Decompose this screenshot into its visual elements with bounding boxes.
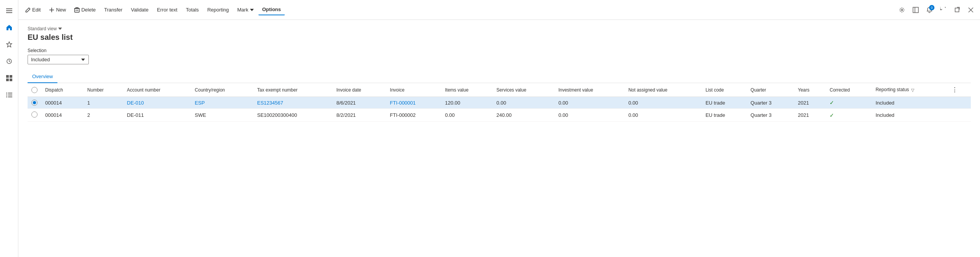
cell-invoice[interactable]: FTI-000002 <box>386 109 441 122</box>
list-icon[interactable] <box>2 87 17 103</box>
refresh-icon-btn[interactable] <box>937 4 949 16</box>
cell-tax-exempt-number[interactable]: ES1234567 <box>253 97 333 109</box>
svg-rect-17 <box>75 8 79 12</box>
svg-marker-21 <box>250 9 254 11</box>
page-content: Standard view EU sales list Selection In… <box>18 20 980 257</box>
cell-invoice-date: 8/2/2021 <box>333 109 386 122</box>
cell-investment-value: 0.00 <box>555 109 625 122</box>
cell-corrected: ✓ <box>826 97 872 109</box>
tabs-container: Overview <box>28 70 971 83</box>
validate-button[interactable]: Validate <box>127 5 152 15</box>
transfer-button[interactable]: Transfer <box>100 5 126 15</box>
th-reporting-status[interactable]: Reporting status ▽ <box>872 83 948 97</box>
th-more[interactable]: ⋮ <box>948 83 971 97</box>
cell-items-value: 0.00 <box>441 109 493 122</box>
svg-rect-6 <box>10 75 12 78</box>
th-not-assigned-value[interactable]: Not assigned value <box>624 83 702 97</box>
hamburger-menu-icon[interactable] <box>2 3 17 18</box>
cell-extra <box>948 109 971 122</box>
svg-rect-13 <box>6 97 7 97</box>
th-items-value[interactable]: Items value <box>441 83 493 97</box>
restore-icon-btn[interactable] <box>951 4 963 16</box>
svg-rect-0 <box>6 8 12 9</box>
cell-number: 2 <box>83 109 123 122</box>
sidebar <box>0 0 18 257</box>
modules-icon[interactable] <box>2 70 17 86</box>
th-number[interactable]: Number <box>83 83 123 97</box>
th-select <box>28 83 41 97</box>
svg-marker-28 <box>58 28 62 30</box>
page-title: EU sales list <box>28 33 971 42</box>
cell-investment-value: 0.00 <box>555 97 625 109</box>
delete-button[interactable]: Delete <box>70 5 100 15</box>
notification-icon-btn[interactable]: 0 <box>923 4 936 16</box>
error-text-button[interactable]: Error text <box>153 5 181 15</box>
cell-quarter: Quarter 3 <box>747 97 794 109</box>
cell-account-number[interactable]: DE-010 <box>123 97 191 109</box>
cell-services-value: 240.00 <box>493 109 555 122</box>
selection-label: Selection <box>28 48 971 53</box>
row-radio-cell[interactable] <box>28 109 41 122</box>
th-account-number[interactable]: Account number <box>123 83 191 97</box>
svg-marker-3 <box>7 42 12 47</box>
th-dispatch[interactable]: Dispatch <box>41 83 83 97</box>
row-radio-cell[interactable] <box>28 97 41 109</box>
th-corrected[interactable]: Corrected <box>826 83 872 97</box>
svg-rect-8 <box>10 79 12 81</box>
new-button[interactable]: New <box>45 5 70 15</box>
cell-invoice-date: 8/6/2021 <box>333 97 386 109</box>
cell-services-value: 0.00 <box>493 97 555 109</box>
recent-icon[interactable] <box>2 54 17 69</box>
cell-country-region[interactable]: ESP <box>191 97 253 109</box>
th-investment-value[interactable]: Investment value <box>555 83 625 97</box>
cell-not-assigned-value: 0.00 <box>624 109 702 122</box>
panel-icon-btn[interactable] <box>910 4 922 16</box>
th-invoice[interactable]: Invoice <box>386 83 441 97</box>
th-services-value[interactable]: Services value <box>493 83 555 97</box>
svg-rect-2 <box>6 12 12 13</box>
th-country-region[interactable]: Country/region <box>191 83 253 97</box>
th-tax-exempt-number[interactable]: Tax exempt number <box>253 83 333 97</box>
reporting-status-filter-icon[interactable]: ▽ <box>911 88 914 92</box>
svg-rect-25 <box>955 8 959 12</box>
cell-tax-exempt-number[interactable]: SE100200300400 <box>253 109 333 122</box>
cell-number: 1 <box>83 97 123 109</box>
svg-rect-11 <box>6 95 7 95</box>
cell-list-code: EU trade <box>702 109 747 122</box>
svg-rect-9 <box>6 93 7 93</box>
standard-view-selector[interactable]: Standard view <box>28 26 971 31</box>
cell-reporting-status: Included <box>872 109 948 122</box>
cell-invoice[interactable]: FTI-000001 <box>386 97 441 109</box>
reporting-button[interactable]: Reporting <box>203 5 232 15</box>
settings-icon-btn[interactable] <box>896 4 908 16</box>
cell-account-number[interactable]: DE-011 <box>123 109 191 122</box>
edit-button[interactable]: Edit <box>21 5 44 15</box>
svg-point-22 <box>901 9 903 11</box>
totals-button[interactable]: Totals <box>182 5 203 15</box>
cell-items-value: 120.00 <box>441 97 493 109</box>
cell-country-region[interactable]: SWE <box>191 109 253 122</box>
th-quarter[interactable]: Quarter <box>747 83 794 97</box>
cell-dispatch: 000014 <box>41 97 83 109</box>
cell-extra <box>948 97 971 109</box>
svg-rect-23 <box>913 7 918 13</box>
cell-list-code: EU trade <box>702 97 747 109</box>
th-invoice-date[interactable]: Invoice date <box>333 83 386 97</box>
notification-badge: 0 <box>929 5 934 10</box>
home-icon[interactable] <box>2 20 17 35</box>
th-years[interactable]: Years <box>794 83 826 97</box>
cell-years: 2021 <box>794 109 826 122</box>
options-button[interactable]: Options <box>258 4 285 15</box>
selection-dropdown[interactable]: Included <box>28 55 89 64</box>
close-icon-btn[interactable] <box>965 4 977 16</box>
tab-overview[interactable]: Overview <box>28 70 57 83</box>
check-icon: ✓ <box>830 100 834 106</box>
table-row[interactable]: 0000141DE-010ESPES12345678/6/2021FTI-000… <box>28 97 971 109</box>
cell-dispatch: 000014 <box>41 109 83 122</box>
favorites-icon[interactable] <box>2 37 17 52</box>
svg-marker-29 <box>81 59 85 61</box>
svg-rect-1 <box>6 10 12 11</box>
th-list-code[interactable]: List code <box>702 83 747 97</box>
mark-button[interactable]: Mark <box>234 5 258 15</box>
table-row[interactable]: 0000142DE-011SWESE1002003004008/2/2021FT… <box>28 109 971 122</box>
